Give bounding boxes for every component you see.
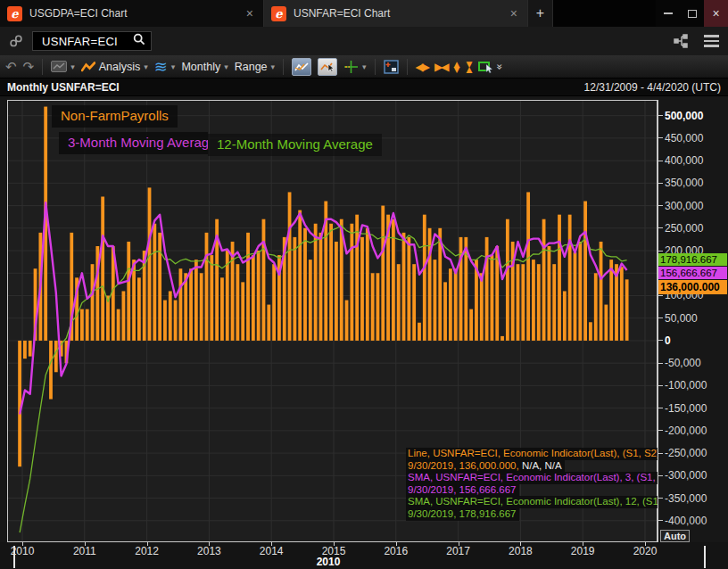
payrolls-bar [200,273,203,341]
app-flow-icon[interactable] [674,34,690,48]
y-axis-label: 400,000 [665,154,703,167]
y-axis-tick [658,340,663,341]
y-axis-tick [658,385,663,386]
search-icon[interactable] [133,33,145,49]
link-channel-icon[interactable] [9,34,23,48]
x-axis[interactable]: 2010 20102011201220132014201520162017201… [0,542,728,569]
y-axis-tick [658,137,663,138]
payrolls-bar [574,252,577,341]
overlay-waves-button[interactable]: ≋ ▾ [154,62,176,72]
zoom-select-button[interactable] [478,62,490,71]
payrolls-bar [620,267,624,341]
tab-spacer [553,0,656,27]
y-axis-label: -200,000 [665,425,707,437]
new-tab-button[interactable]: + [528,0,553,27]
payrolls-bar [350,224,353,341]
toolbar-separator [283,59,284,75]
undo-button[interactable]: ↶ [5,59,17,75]
x-axis-year-label: 2019 [571,545,595,557]
analysis-zigzag-icon [81,62,95,72]
payrolls-bar [132,260,136,341]
interval-select[interactable]: Monthly ▾ [181,61,228,73]
legend-sma12[interactable]: 12-Month Moving Average [208,134,382,156]
y-axis-label: -300,000 [665,469,707,482]
payrolls-bar [459,237,463,341]
payrolls-bar [101,196,104,340]
more-tools-button[interactable]: » [493,63,506,70]
y-axis-tick [658,115,663,116]
expand-vertical-button[interactable]: ▲▼ [454,62,460,72]
y-axis-label: -350,000 [665,492,707,505]
x-axis-year-label: 2014 [260,545,284,557]
payrolls-bar [517,264,520,341]
maximize-button[interactable] [680,0,704,27]
payrolls-bar [23,341,27,359]
draw-tool-button[interactable] [318,58,337,76]
y-axis-tick [658,453,663,454]
chart-date-range: 12/31/2009 - 4/4/2020 (UTC) [584,81,721,94]
payrolls-bar [434,260,437,341]
payrolls-bar [272,264,276,341]
pan-horizontal-button[interactable]: ◀▶ [416,61,428,73]
menu-icon[interactable] [704,35,719,47]
payrolls-bar [329,224,333,341]
legend-nonfarm-payrolls[interactable]: Non-FarmPayrolls [52,105,178,128]
analysis-button[interactable]: Analysis ▾ [81,61,148,73]
series-info-line: 9/30/2019, 178,916.667 [406,508,519,521]
payrolls-bar [423,215,426,341]
timeline-right-handle[interactable] [704,546,706,568]
add-panel-button[interactable] [384,60,399,74]
sma3-line [20,202,627,414]
payrolls-bar [220,277,224,341]
line-chart-button[interactable] [292,58,311,76]
crosshair-button[interactable]: ▾ [343,60,367,74]
payrolls-bar [449,268,452,341]
payrolls-bar [267,305,270,341]
tab-label: USNFAR=ECI Chart [294,7,500,20]
waves-icon: ≋ [154,62,168,72]
payrolls-bar [257,251,261,341]
payrolls-bar [29,341,32,357]
toolbar-separator [42,59,43,75]
app-window: e USGDPA=ECI Chart × e USNFAR=ECI Chart … [0,0,728,569]
tab-close-icon[interactable]: × [244,6,256,21]
payrolls-bar [236,264,239,341]
payrolls-bar [169,291,172,341]
x-axis-year-label: 2016 [384,545,408,557]
search-input[interactable]: USNFAR=ECI [32,31,152,51]
payrolls-bar [418,323,421,341]
payrolls-bar [360,237,364,341]
y-axis-label: 250,000 [665,222,703,235]
payrolls-bar [558,215,561,341]
payrolls-bar [412,264,416,341]
eikon-logo-icon: e [7,6,22,21]
y-axis-label: 350,000 [665,177,703,189]
eikon-logo-icon: e [271,6,286,21]
tab-close-icon[interactable]: × [508,6,520,21]
payrolls-bar [122,291,126,341]
payrolls-bar [153,224,156,341]
payrolls-bar [117,309,120,341]
close-button[interactable]: × [704,0,728,27]
legend-sma3[interactable]: 3-Month Moving Average [59,132,208,154]
payrolls-bar [454,268,458,341]
chart-toolbar: ↶ ↷ ▾ Analysis ▾ ≋ ▾ Monthly ▾ Range ▾ [0,55,728,78]
y-axis-tick [658,498,663,499]
axis-auto-scale-label[interactable]: Auto [660,530,690,542]
y-axis-label: 0 [665,334,671,347]
payrolls-bar [578,242,582,341]
compress-horizontal-button[interactable]: ▶◀ [434,61,447,73]
redo-button[interactable]: ↷ [23,59,35,75]
minimize-button[interactable] [656,0,680,27]
compress-vertical-button[interactable]: ▼▲ [466,62,472,72]
range-select[interactable]: Range ▾ [235,61,275,73]
tab-usgdpa-chart[interactable]: e USGDPA=ECI Chart × [0,0,264,27]
y-axis-label: 450,000 [665,132,703,144]
y-axis-tick [658,475,663,476]
payrolls-bar [583,202,587,341]
payrolls-bar [345,301,349,341]
chart-gallery-button[interactable]: ▾ [51,61,75,72]
tab-usnfar-chart[interactable]: e USNFAR=ECI Chart × [264,0,528,27]
payrolls-bar [194,260,198,341]
payrolls-bar [376,273,380,341]
